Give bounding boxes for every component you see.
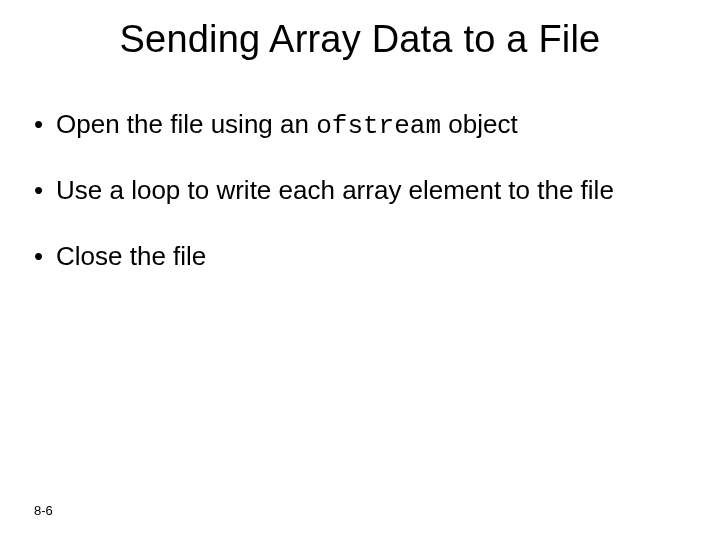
bullet-item: Open the file using an ofstream object bbox=[30, 110, 690, 142]
bullet-text-pre: Use a loop to write each array element t… bbox=[56, 175, 614, 205]
slide-number: 8-6 bbox=[34, 503, 53, 518]
bullet-list: Open the file using an ofstream object U… bbox=[30, 110, 690, 274]
bullet-text-pre: Open the file using an bbox=[56, 109, 316, 139]
bullet-item: Close the file bbox=[30, 242, 690, 274]
bullet-text-pre: Close the file bbox=[56, 241, 206, 271]
slide-body: Open the file using an ofstream object U… bbox=[30, 110, 690, 308]
slide: Sending Array Data to a File Open the fi… bbox=[0, 0, 720, 540]
slide-title: Sending Array Data to a File bbox=[0, 18, 720, 61]
bullet-item: Use a loop to write each array element t… bbox=[30, 176, 690, 208]
code-span: ofstream bbox=[316, 111, 441, 141]
bullet-text-post: object bbox=[441, 109, 518, 139]
